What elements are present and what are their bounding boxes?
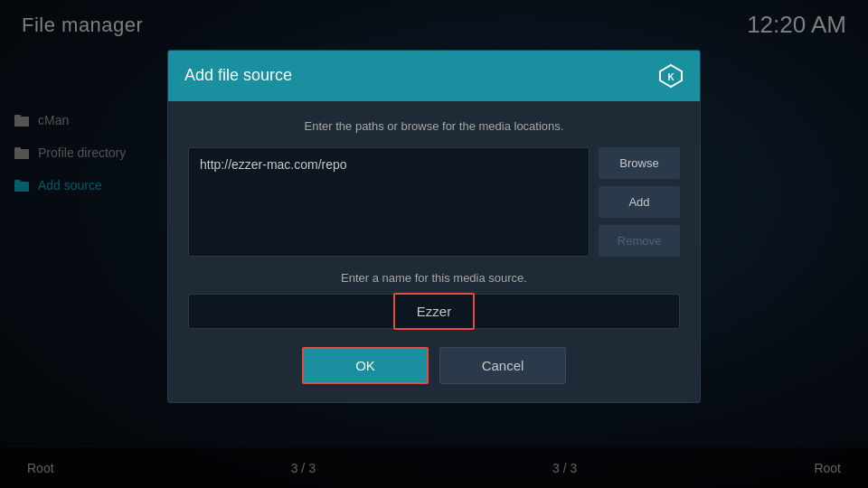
dialog-body: Enter the paths or browse for the media …: [168, 101, 700, 402]
svg-text:K: K: [667, 72, 675, 82]
browse-button[interactable]: Browse: [599, 147, 680, 179]
name-label: Enter a name for this media source.: [188, 271, 680, 285]
add-file-source-dialog: Add file source K Enter the paths or bro…: [167, 50, 701, 403]
name-input-wrapper: [188, 294, 680, 329]
cancel-button[interactable]: Cancel: [439, 347, 566, 384]
add-button[interactable]: Add: [599, 186, 680, 218]
source-url-value: http://ezzer-mac.com/repo: [200, 157, 347, 172]
dialog-header: Add file source K: [168, 51, 700, 101]
source-row: http://ezzer-mac.com/repo Browse Add Rem…: [188, 147, 680, 257]
name-input[interactable]: [188, 294, 680, 329]
source-buttons: Browse Add Remove: [599, 147, 680, 257]
dialog-subtitle: Enter the paths or browse for the media …: [188, 119, 680, 133]
dialog-title: Add file source: [184, 66, 292, 85]
ok-button[interactable]: OK: [302, 347, 429, 384]
dialog-actions: OK Cancel: [188, 347, 680, 384]
remove-button[interactable]: Remove: [599, 225, 680, 257]
dialog-overlay: Add file source K Enter the paths or bro…: [0, 0, 868, 488]
kodi-logo: K: [658, 63, 684, 89]
source-input-area[interactable]: http://ezzer-mac.com/repo: [188, 147, 590, 257]
